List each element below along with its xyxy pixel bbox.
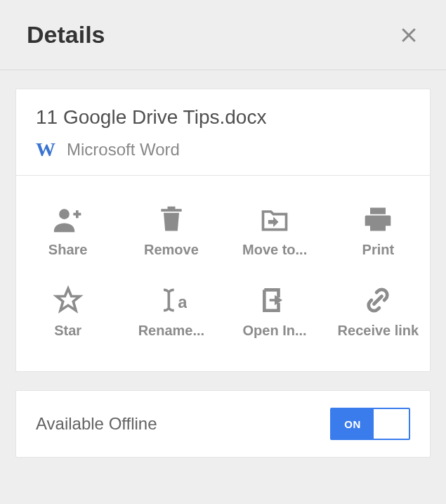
move-to-button[interactable]: Move to... bbox=[223, 190, 327, 271]
share-button[interactable]: Share bbox=[16, 190, 119, 271]
file-name: 11 Google Drive Tips.docx bbox=[36, 106, 410, 129]
page-title: Details bbox=[27, 21, 105, 49]
receive-link-button[interactable]: Receive link bbox=[327, 271, 430, 351]
file-type-label: Microsoft Word bbox=[67, 140, 180, 160]
svg-text:a: a bbox=[178, 292, 187, 311]
content-area: 11 Google Drive Tips.docx W Microsoft Wo… bbox=[0, 70, 446, 476]
details-header: Details bbox=[0, 0, 446, 70]
remove-button[interactable]: Remove bbox=[119, 190, 223, 271]
action-label: Receive link bbox=[338, 323, 419, 339]
file-type-row: W Microsoft Word bbox=[36, 140, 410, 160]
toggle-state-label: ON bbox=[332, 409, 374, 439]
text-cursor-icon: a bbox=[156, 283, 187, 317]
svg-point-0 bbox=[59, 209, 70, 219]
actions-grid: Share Remove Move to... Print bbox=[16, 176, 430, 371]
action-label: Move to... bbox=[242, 242, 307, 258]
star-icon bbox=[53, 283, 84, 317]
action-label: Share bbox=[48, 242, 88, 258]
file-info-section: 11 Google Drive Tips.docx W Microsoft Wo… bbox=[16, 89, 430, 175]
available-offline-label: Available Offline bbox=[36, 414, 157, 434]
print-button[interactable]: Print bbox=[327, 190, 430, 271]
toggle-knob bbox=[374, 409, 409, 439]
action-label: Rename... bbox=[138, 323, 204, 339]
trash-icon bbox=[156, 202, 187, 236]
word-icon: W bbox=[36, 140, 55, 160]
share-person-plus-icon bbox=[53, 202, 84, 236]
action-label: Print bbox=[362, 242, 395, 258]
close-button[interactable] bbox=[398, 25, 419, 46]
action-label: Star bbox=[54, 323, 81, 339]
close-icon bbox=[398, 25, 419, 46]
star-button[interactable]: Star bbox=[16, 271, 119, 351]
action-label: Open In... bbox=[243, 323, 307, 339]
action-label: Remove bbox=[144, 242, 199, 258]
printer-icon bbox=[362, 202, 393, 236]
link-icon bbox=[362, 283, 393, 317]
available-offline-toggle[interactable]: ON bbox=[330, 408, 410, 440]
file-details-card: 11 Google Drive Tips.docx W Microsoft Wo… bbox=[15, 89, 431, 372]
folder-arrow-icon bbox=[259, 202, 290, 236]
open-in-arrow-icon bbox=[259, 283, 290, 317]
available-offline-row: Available Offline ON bbox=[15, 390, 431, 458]
rename-button[interactable]: a Rename... bbox=[119, 271, 223, 351]
open-in-button[interactable]: Open In... bbox=[223, 271, 327, 351]
